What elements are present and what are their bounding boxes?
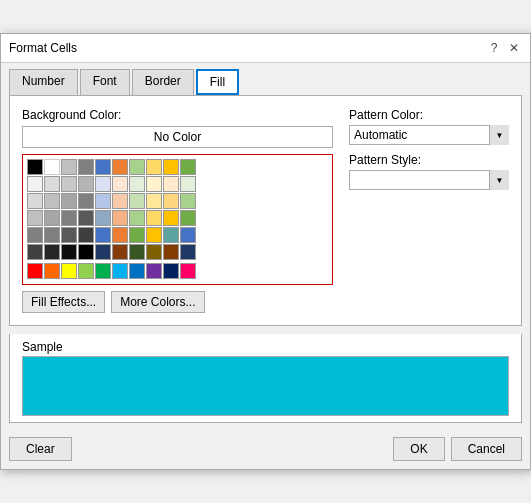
color-cell[interactable] bbox=[129, 244, 145, 260]
color-cell[interactable] bbox=[112, 176, 128, 192]
color-cell[interactable] bbox=[78, 176, 94, 192]
title-bar-controls: ? ✕ bbox=[486, 40, 522, 56]
color-cell[interactable] bbox=[95, 159, 111, 175]
tab-number[interactable]: Number bbox=[9, 69, 78, 95]
color-cell[interactable] bbox=[61, 176, 77, 192]
color-cell[interactable] bbox=[112, 159, 128, 175]
color-cell[interactable] bbox=[61, 263, 77, 279]
dialog-footer: Clear OK Cancel bbox=[1, 431, 530, 469]
color-cell[interactable] bbox=[44, 244, 60, 260]
color-cell[interactable] bbox=[27, 159, 43, 175]
color-cell[interactable] bbox=[146, 227, 162, 243]
color-row-4 bbox=[27, 210, 328, 226]
color-cell[interactable] bbox=[44, 263, 60, 279]
color-cell[interactable] bbox=[180, 263, 196, 279]
color-cell[interactable] bbox=[44, 193, 60, 209]
color-row-7 bbox=[27, 263, 328, 279]
background-color-panel: Background Color: No Color bbox=[22, 108, 333, 313]
color-cell[interactable] bbox=[129, 263, 145, 279]
color-cell[interactable] bbox=[163, 244, 179, 260]
color-row-5 bbox=[27, 227, 328, 243]
color-cell[interactable] bbox=[129, 176, 145, 192]
color-cell[interactable] bbox=[95, 176, 111, 192]
color-cell[interactable] bbox=[95, 244, 111, 260]
color-cell[interactable] bbox=[180, 244, 196, 260]
color-cell[interactable] bbox=[129, 159, 145, 175]
color-cell[interactable] bbox=[95, 193, 111, 209]
dialog-title: Format Cells bbox=[9, 41, 77, 55]
no-color-button[interactable]: No Color bbox=[22, 126, 333, 148]
cancel-button[interactable]: Cancel bbox=[451, 437, 522, 461]
tab-font[interactable]: Font bbox=[80, 69, 130, 95]
clear-button[interactable]: Clear bbox=[9, 437, 72, 461]
color-cell[interactable] bbox=[44, 210, 60, 226]
color-cell[interactable] bbox=[61, 244, 77, 260]
color-cell[interactable] bbox=[112, 193, 128, 209]
color-cell[interactable] bbox=[129, 227, 145, 243]
color-cell[interactable] bbox=[146, 193, 162, 209]
color-cell[interactable] bbox=[44, 227, 60, 243]
color-cell[interactable] bbox=[44, 176, 60, 192]
color-cell[interactable] bbox=[78, 210, 94, 226]
close-button[interactable]: ✕ bbox=[506, 40, 522, 56]
color-row-3 bbox=[27, 193, 328, 209]
format-cells-dialog: Format Cells ? ✕ Number Font Border Fill… bbox=[0, 33, 531, 470]
color-cell[interactable] bbox=[163, 210, 179, 226]
color-row-2 bbox=[27, 176, 328, 192]
color-cell[interactable] bbox=[27, 263, 43, 279]
color-cell[interactable] bbox=[180, 227, 196, 243]
color-cell[interactable] bbox=[27, 244, 43, 260]
color-cell[interactable] bbox=[78, 227, 94, 243]
color-cell[interactable] bbox=[146, 176, 162, 192]
pattern-style-select[interactable] bbox=[349, 170, 509, 190]
color-cell[interactable] bbox=[180, 193, 196, 209]
color-cell[interactable] bbox=[27, 176, 43, 192]
color-cell[interactable] bbox=[27, 193, 43, 209]
color-cell[interactable] bbox=[27, 227, 43, 243]
color-cell[interactable] bbox=[78, 244, 94, 260]
color-cell[interactable] bbox=[180, 159, 196, 175]
color-cell[interactable] bbox=[146, 210, 162, 226]
color-cell[interactable] bbox=[61, 210, 77, 226]
color-cell[interactable] bbox=[78, 159, 94, 175]
color-cell[interactable] bbox=[61, 227, 77, 243]
color-cell[interactable] bbox=[112, 210, 128, 226]
color-cell[interactable] bbox=[112, 227, 128, 243]
color-cell[interactable] bbox=[146, 244, 162, 260]
color-cell[interactable] bbox=[61, 193, 77, 209]
color-cell[interactable] bbox=[78, 193, 94, 209]
color-cell[interactable] bbox=[27, 210, 43, 226]
pattern-color-select[interactable]: Automatic bbox=[349, 125, 509, 145]
ok-button[interactable]: OK bbox=[393, 437, 444, 461]
help-button[interactable]: ? bbox=[486, 40, 502, 56]
color-cell[interactable] bbox=[163, 159, 179, 175]
color-cell[interactable] bbox=[146, 159, 162, 175]
more-colors-button[interactable]: More Colors... bbox=[111, 291, 204, 313]
color-cell[interactable] bbox=[129, 193, 145, 209]
sample-label: Sample bbox=[22, 340, 509, 354]
color-cell[interactable] bbox=[78, 263, 94, 279]
color-cell[interactable] bbox=[163, 227, 179, 243]
color-cell[interactable] bbox=[129, 210, 145, 226]
color-cell[interactable] bbox=[180, 176, 196, 192]
color-cell[interactable] bbox=[163, 263, 179, 279]
color-cell[interactable] bbox=[44, 159, 60, 175]
tab-border[interactable]: Border bbox=[132, 69, 194, 95]
fill-effects-button[interactable]: Fill Effects... bbox=[22, 291, 105, 313]
color-cell[interactable] bbox=[180, 210, 196, 226]
color-cell[interactable] bbox=[163, 176, 179, 192]
color-cell[interactable] bbox=[95, 210, 111, 226]
pattern-style-dropdown-wrapper: ▼ bbox=[349, 170, 509, 190]
color-cell[interactable] bbox=[61, 159, 77, 175]
color-cell[interactable] bbox=[95, 263, 111, 279]
tab-fill[interactable]: Fill bbox=[196, 69, 239, 95]
color-cell[interactable] bbox=[112, 263, 128, 279]
bottom-buttons: Fill Effects... More Colors... bbox=[22, 291, 333, 313]
color-cell[interactable] bbox=[95, 227, 111, 243]
sample-preview bbox=[22, 356, 509, 416]
color-cell[interactable] bbox=[163, 193, 179, 209]
color-row-1 bbox=[27, 159, 328, 175]
color-cell[interactable] bbox=[146, 263, 162, 279]
color-cell[interactable] bbox=[112, 244, 128, 260]
pattern-color-dropdown-wrapper: Automatic ▼ bbox=[349, 125, 509, 145]
